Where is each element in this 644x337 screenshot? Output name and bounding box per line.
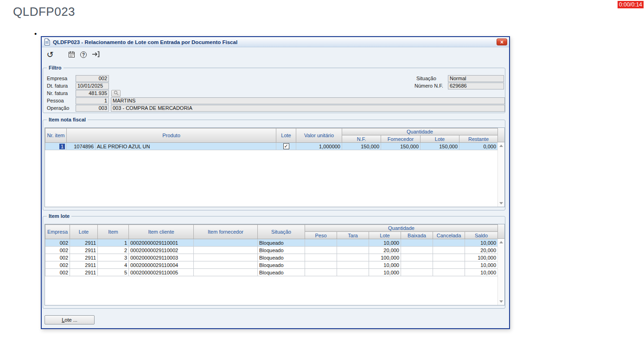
cell-situacao[interactable]: Bloqueado [258,254,305,261]
cell-item[interactable]: 2 [98,247,129,254]
cell-qtd-fornecedor[interactable]: 150,000 [381,143,421,150]
cell-lote-checkbox[interactable]: ✓ [276,143,296,150]
cell-item-fornecedor[interactable] [194,247,258,254]
cell-lote-qtd[interactable]: 10,000 [369,261,401,269]
cell-situacao[interactable]: Bloqueado [258,269,305,276]
cell-peso[interactable] [305,239,337,247]
cell-lote[interactable]: 2911 [70,261,98,269]
cell-tara[interactable] [337,269,369,276]
cell-nr-item[interactable]: 1 [45,143,67,150]
nota-fiscal-row[interactable]: 1 1074896 ALE PRDFIO AZUL UN ✓ 1,000000 … [45,143,498,150]
cell-item-fornecedor[interactable] [194,254,258,261]
cell-item-cliente[interactable]: 00020000029110005 [129,269,194,276]
cell-produto-descricao[interactable]: ALE PRDFIO AZUL UN [96,143,276,150]
cell-lote[interactable]: 2911 [70,239,98,247]
scroll-down-icon[interactable] [499,202,503,204]
pessoa-nome-field[interactable]: MARTINS [111,97,505,104]
cell-empresa[interactable]: 002 [45,239,70,247]
scroll-up-icon[interactable] [499,145,503,147]
cell-item-cliente[interactable]: 00020000029110002 [129,247,194,254]
cell-situacao[interactable]: Bloqueado [258,239,305,247]
cell-item[interactable]: 5 [98,269,129,276]
cell-empresa[interactable]: 002 [45,261,70,269]
help-button[interactable]: ? [79,50,88,59]
cell-peso[interactable] [305,254,337,261]
numero-nf-field[interactable]: 629686 [448,83,504,89]
cell-baixada[interactable] [401,269,433,276]
cell-peso[interactable] [305,247,337,254]
cell-tara[interactable] [337,261,369,269]
cell-peso[interactable] [305,269,337,276]
cell-valor-unitario[interactable]: 1,000000 [296,143,342,150]
cell-item[interactable]: 4 [98,261,129,269]
cell-cancelada[interactable] [433,254,465,261]
cell-item-fornecedor[interactable] [194,239,258,247]
cell-lote-qtd[interactable]: 20,000 [369,247,401,254]
close-button[interactable]: × [497,38,507,45]
cell-saldo[interactable]: 10,000 [465,269,498,276]
cell-situacao[interactable]: Bloqueado [258,261,305,269]
dialog-titlebar[interactable]: QLDFP023 - Relacionamento de Lote com En… [42,37,509,47]
cell-lote-qtd[interactable]: 10,000 [369,239,401,247]
cell-lote-qtd[interactable]: 10,000 [369,269,401,276]
cell-saldo[interactable]: 100,000 [465,254,498,261]
cell-tara[interactable] [337,254,369,261]
lote-row[interactable]: 002 2911 3 00020000029110003 Bloqueado 1… [45,254,498,261]
cell-lote[interactable]: 2911 [70,254,98,261]
cell-item-cliente[interactable]: 00020000029110003 [129,254,194,261]
operacao-field[interactable]: 003 [76,105,109,112]
cell-situacao[interactable]: Bloqueado [258,247,305,254]
cell-cancelada[interactable] [433,269,465,276]
dt-fatura-field[interactable]: 10/01/2025 [76,83,109,89]
cell-tara[interactable] [337,239,369,247]
cell-item-cliente[interactable]: 00020000029110001 [129,239,194,247]
vertical-scrollbar[interactable] [497,239,504,305]
cell-qtd-lote[interactable]: 150,000 [421,143,459,150]
cell-item-cliente[interactable]: 00020000029110004 [129,261,194,269]
cell-item-fornecedor[interactable] [194,261,258,269]
cell-peso[interactable] [305,261,337,269]
cell-baixada[interactable] [401,254,433,261]
lote-row[interactable]: 002 2911 2 00020000029110002 Bloqueado 2… [45,247,498,254]
scroll-up-icon[interactable] [499,241,503,243]
cell-lote-qtd[interactable]: 100,000 [369,254,401,261]
cell-empresa[interactable]: 002 [45,247,70,254]
cell-empresa[interactable]: 002 [45,254,70,261]
situacao-field[interactable]: Normal [448,75,504,82]
lote-row[interactable]: 002 2911 4 00020000029110004 Bloqueado 1… [45,261,498,269]
cell-lote[interactable]: 2911 [70,269,98,276]
cell-tara[interactable] [337,247,369,254]
cell-lote[interactable]: 2911 [70,247,98,254]
cell-empresa[interactable]: 002 [45,269,70,276]
cell-qtd-nf[interactable]: 150,000 [342,143,381,150]
checkbox-checked-icon[interactable]: ✓ [283,143,289,149]
nr-fatura-field[interactable]: 481.935 [76,90,109,97]
cell-item-fornecedor[interactable] [194,269,258,276]
cell-baixada[interactable] [401,261,433,269]
cell-saldo[interactable]: 10,000 [465,261,498,269]
calendar-button[interactable] [67,50,76,59]
exit-button[interactable] [91,50,100,59]
cell-cancelada[interactable] [433,239,465,247]
scroll-down-icon[interactable] [499,300,503,303]
lookup-button[interactable] [111,90,121,97]
cell-item[interactable]: 3 [98,254,129,261]
cell-item[interactable]: 1 [98,239,129,247]
cell-produto-codigo[interactable]: 1074896 [67,143,96,150]
cell-qtd-restante[interactable]: 0,000 [459,143,498,150]
cell-baixada[interactable] [401,247,433,254]
lote-row[interactable]: 002 2911 5 00020000029110005 Bloqueado 1… [45,269,498,276]
cell-baixada[interactable] [401,239,433,247]
cell-saldo[interactable]: 20,000 [465,247,498,254]
vertical-scrollbar[interactable] [497,142,504,207]
cell-cancelada[interactable] [433,261,465,269]
empresa-field[interactable]: 002 [76,75,109,82]
operacao-desc-field[interactable]: 003 - COMPRA DE MERCADORIA [111,105,505,112]
cell-cancelada[interactable] [433,247,465,254]
cell-saldo[interactable]: 10,000 [465,239,498,247]
lote-row[interactable]: 002 2911 1 00020000029110001 Bloqueado 1… [45,239,498,247]
undo-button[interactable]: ↺ [45,50,55,59]
pessoa-field[interactable]: 1 [76,97,109,104]
col-header-lote: Lote [276,128,296,143]
lote-button[interactable]: Lote ... [45,315,95,324]
